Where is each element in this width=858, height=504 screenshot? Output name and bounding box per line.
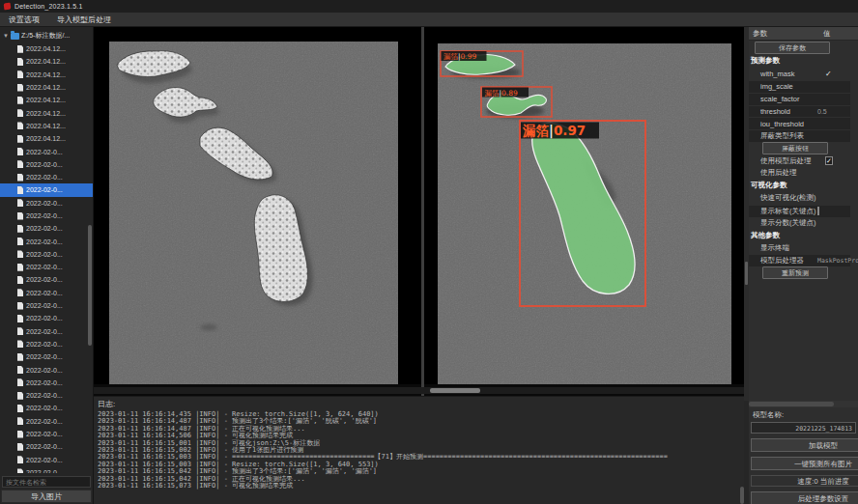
param-row-show-score-keypoint[interactable]: 显示分数(关键点) [749, 217, 858, 230]
model-name-field[interactable]: 20221225_174813 [751, 422, 856, 434]
file-icon [17, 378, 23, 386]
tree-item[interactable]: 2022-02-0... [0, 415, 93, 428]
log-scrollbar[interactable] [740, 487, 744, 504]
param-label: 显示标签(关键点) [760, 207, 817, 216]
app-logo-icon [4, 3, 12, 11]
tree-item-label: 2022-02-0... [26, 186, 63, 193]
param-row-with-mask[interactable]: with_mask✓ [749, 68, 858, 80]
tree-item[interactable]: 2022-02-0... [0, 440, 93, 453]
param-row-predict-params: 预测参数 [749, 55, 858, 68]
block-button-button[interactable]: 屏蔽按钮 [762, 142, 828, 154]
param-row-threshold[interactable]: threshold0.5 [749, 105, 850, 118]
param-label: with_mask [760, 70, 825, 78]
param-row-block-button: 屏蔽按钮 [749, 142, 858, 154]
param-row-model-postprocessor[interactable]: 模型后处理器MaskPostPro [749, 254, 850, 266]
param-row-use-postprocess[interactable]: 使用后处理 [749, 167, 858, 180]
tree-scrollbar[interactable] [88, 225, 92, 346]
tree-item[interactable]: 2022-02-0... [0, 222, 93, 235]
menu-item-import-model-postprocess[interactable]: 导入模型后处理 [48, 13, 120, 27]
param-row-fast-visualization[interactable]: 快速可视化(检测) [749, 192, 858, 205]
tree-item[interactable]: 2022-02-0... [0, 145, 93, 157]
checkbox-use-model-postprocess[interactable]: ✓ [825, 156, 833, 165]
param-row-show-terminal[interactable]: 显示终端 [749, 241, 858, 254]
tree-root-node[interactable]: ▼ Z:/5-标注数据/... [0, 29, 93, 42]
file-icon [17, 456, 23, 463]
file-icon [17, 58, 23, 66]
tree-item[interactable]: 2022-02-0... [0, 183, 93, 196]
tree-item[interactable]: 2022-02-0... [0, 428, 93, 440]
source-image-viewport[interactable] [94, 27, 421, 384]
tree-item[interactable]: 2022.04.12... [0, 42, 93, 55]
param-row-block-type-list[interactable]: 屏蔽类型列表 [749, 129, 850, 142]
param-row-iou-threshold[interactable]: iou_threshold [749, 117, 850, 129]
tree-item[interactable]: 2022.04.12... [0, 120, 93, 132]
svg-text:漏箔|0.99: 漏箔|0.99 [443, 52, 476, 61]
param-row-use-model-postprocess[interactable]: 使用模型后处理✓ [749, 154, 858, 167]
tree-expand-arrow-icon[interactable]: ▼ [3, 33, 9, 39]
tree-item-label: 2022.04.12... [26, 135, 66, 142]
search-input[interactable] [2, 476, 91, 488]
menu-item-settings[interactable]: 设置选项 [0, 13, 48, 27]
postprocess-settings-button[interactable]: 后处理参数设置 [751, 491, 858, 504]
tree-item[interactable]: 2022-02-0... [0, 389, 93, 402]
params-scrollbar-handle[interactable] [745, 262, 748, 285]
file-tree: ▼ Z:/5-标注数据/... 2022.04.12...2022.04.12.… [0, 29, 93, 473]
log-lines: 2023-01-11 16:16:14,435 |INFO| - Resize:… [98, 411, 744, 490]
file-icon [17, 276, 23, 284]
tree-item[interactable]: 2022.04.12... [0, 81, 93, 94]
param-label: 快速可视化(检测) [760, 193, 825, 203]
tree-item[interactable]: 2022-02-0... [0, 287, 93, 299]
param-value: ✓ [825, 157, 858, 165]
save-params-button[interactable]: 保存参数 [755, 42, 830, 54]
tree-item[interactable]: 2022-02-0... [0, 261, 93, 273]
file-panel: ▼ Z:/5-标注数据/... 2022.04.12...2022.04.12.… [0, 27, 94, 504]
tree-item[interactable]: 2022-02-0... [0, 235, 93, 247]
param-value [817, 208, 850, 215]
tree-item[interactable]: 2022-02-0... [0, 158, 93, 171]
param-row-scale-factor[interactable]: scale_factor [749, 93, 850, 105]
checkbox-show-label-keypoint[interactable] [817, 207, 819, 215]
tree-item[interactable]: 2022.04.12... [0, 106, 93, 119]
tree-item[interactable]: 2022-02-0... [0, 210, 93, 222]
tree-item[interactable]: 2022-02-0... [0, 299, 93, 312]
tree-item[interactable]: 2022-02-0... [0, 363, 93, 376]
param-row-img-scale[interactable]: img_scale [749, 80, 850, 93]
param-rows: 预测参数with_mask✓img_scalescale_factorthres… [749, 55, 858, 279]
predict-all-button[interactable]: 一键预测所有图片 [751, 457, 858, 470]
tree-item[interactable]: 2022-02-0... [0, 197, 93, 210]
tree-item[interactable]: 2022.04.12... [0, 94, 93, 106]
tree-item[interactable]: 2022.04.12... [0, 55, 93, 68]
viewer-horizontal-scrollbar[interactable] [94, 387, 744, 394]
tree-item[interactable]: 2022-02-0... [0, 273, 93, 286]
tree-item-label: 2022-02-0... [26, 328, 63, 335]
tree-item[interactable]: 2022-02-0... [0, 312, 93, 324]
tree-root-label: Z:/5-标注数据/... [21, 31, 70, 41]
model-panel-scrollbar-track[interactable] [749, 401, 858, 407]
tree-item[interactable]: 2022-02-0... [0, 454, 93, 466]
load-model-button[interactable]: 加载模型 [751, 438, 858, 452]
viewer-scrollbar-handle[interactable] [430, 388, 480, 393]
source-image [109, 42, 398, 384]
tree-item[interactable]: 2022.04.12... [0, 132, 93, 145]
tree-item-label: 2022-02-0... [26, 392, 63, 399]
tree-item[interactable]: 2022-02-0... [0, 350, 93, 363]
model-panel-scrollbar-handle[interactable] [749, 402, 834, 406]
tree-item[interactable]: 2022-02-0... [0, 402, 93, 414]
tree-item[interactable]: 2022-02-0... [0, 171, 93, 183]
tree-item-label: 2022.04.12... [26, 110, 66, 117]
tree-item[interactable]: 2022-02-0... [0, 377, 93, 389]
re-predict-button[interactable]: 重新预测 [762, 266, 828, 279]
tree-item[interactable]: 2022-02-0... [0, 248, 93, 261]
save-params-row: 保存参数 [749, 41, 858, 55]
import-images-button[interactable]: 导入图片 [1, 490, 92, 503]
tree-item[interactable]: 2022.04.12... [0, 69, 93, 81]
file-icon [17, 174, 23, 182]
prediction-image-viewport[interactable]: 漏箔|0.99 漏箔|0.89 漏箔 [424, 27, 744, 384]
tree-item[interactable]: 2022-02-0... [0, 338, 93, 350]
tree-item[interactable]: 2022-02-0... [0, 466, 93, 473]
detection-label-3: 漏箔|0.97 [521, 123, 599, 140]
param-row-show-label-keypoint[interactable]: 显示标签(关键点) [749, 205, 850, 217]
file-icon [17, 148, 23, 155]
image-viewer-area: 漏箔|0.99 漏箔|0.89 漏箔 [94, 27, 744, 396]
tree-item[interactable]: 2022-02-0... [0, 325, 93, 338]
